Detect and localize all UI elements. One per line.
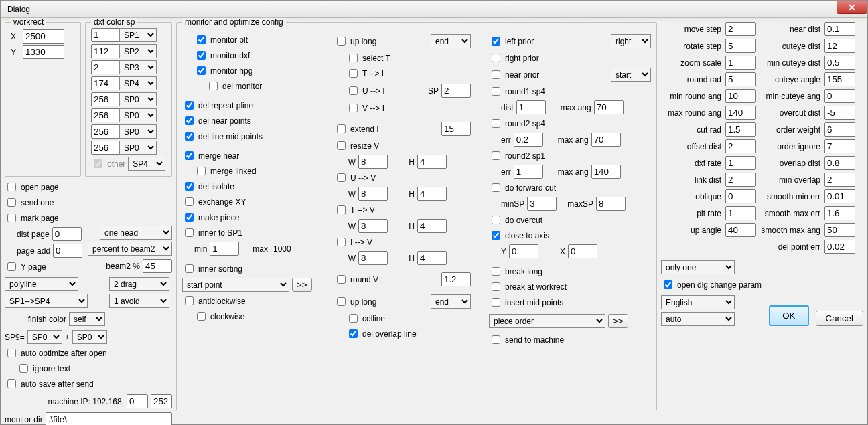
break-long-check[interactable] xyxy=(492,267,500,276)
auto-save-check[interactable] xyxy=(7,379,16,388)
exchange-xy-check[interactable] xyxy=(185,197,194,206)
num-input-r-9[interactable] xyxy=(824,173,855,187)
num-input-r-13[interactable] xyxy=(824,240,855,254)
minsp-input[interactable] xyxy=(527,197,557,211)
dxf-v-3[interactable] xyxy=(91,76,121,90)
only-one-select[interactable]: only one xyxy=(661,260,735,274)
resize-v-check[interactable] xyxy=(337,141,346,150)
num-input-r-6[interactable] xyxy=(824,122,855,137)
dxf-v-7[interactable] xyxy=(91,141,121,155)
drag-select[interactable]: 2 drag xyxy=(109,277,169,291)
monitor-dxf-check[interactable] xyxy=(197,51,206,60)
inner-min-input[interactable] xyxy=(210,242,239,256)
auto-select[interactable]: auto xyxy=(661,312,735,326)
select-t-check[interactable] xyxy=(349,54,358,62)
del-near-pts-check[interactable] xyxy=(185,116,194,125)
dxf-s-3[interactable]: SP4 xyxy=(119,76,157,90)
insert-mid-check[interactable] xyxy=(492,298,500,307)
ip-a-input[interactable] xyxy=(127,394,148,408)
num-input-l-2[interactable] xyxy=(725,56,756,70)
round-v-check[interactable] xyxy=(337,275,346,284)
avoid-select[interactable]: 1 avoid xyxy=(109,294,169,308)
inner-sort-check[interactable] xyxy=(185,264,194,273)
monitor-hpg-check[interactable] xyxy=(197,66,206,75)
open-page-check[interactable] xyxy=(7,183,16,191)
monitor-dir-input[interactable] xyxy=(46,412,172,425)
colline-check[interactable] xyxy=(349,314,358,323)
dxf-v-5[interactable] xyxy=(91,108,121,122)
workrect-x-input[interactable] xyxy=(23,29,64,44)
dxf-other-select[interactable]: SP4 xyxy=(128,157,165,171)
t-to-v-check[interactable] xyxy=(337,205,346,214)
close-y[interactable] xyxy=(509,244,538,258)
sp9a-select[interactable]: SP0 xyxy=(27,330,62,344)
num-input-l-12[interactable] xyxy=(725,223,756,237)
num-input-r-4[interactable] xyxy=(824,89,855,103)
num-input-r-11[interactable] xyxy=(824,206,855,220)
merge-near-check[interactable] xyxy=(185,151,194,160)
i-to-v-check[interactable] xyxy=(337,238,346,246)
sp9b-select[interactable]: SP0 xyxy=(72,330,107,344)
del-repeat-check[interactable] xyxy=(185,101,194,110)
dxf-v-1[interactable] xyxy=(91,44,121,58)
finish-color-select[interactable]: self xyxy=(69,312,105,326)
ignore-text-check[interactable] xyxy=(19,364,28,373)
inner-sp1-check[interactable] xyxy=(185,228,194,237)
y-page-check[interactable] xyxy=(7,262,16,271)
dxf-s-2[interactable]: SP3 xyxy=(119,60,157,74)
num-input-l-7[interactable] xyxy=(725,139,756,153)
monitor-plt-check[interactable] xyxy=(197,35,206,44)
r1-maxang[interactable] xyxy=(594,100,624,114)
round2-sp1-check[interactable] xyxy=(492,151,500,160)
left-prior-select[interactable]: right xyxy=(611,34,651,48)
dxf-s-1[interactable]: SP2 xyxy=(119,44,157,58)
heads-select[interactable]: one head xyxy=(100,226,172,240)
merge-linked-check[interactable] xyxy=(197,167,206,175)
del-isolate-check[interactable] xyxy=(185,182,194,191)
dist-page-input[interactable] xyxy=(52,227,82,241)
close-x[interactable] xyxy=(568,244,597,258)
iv-h[interactable] xyxy=(417,251,447,265)
dxf-s-7[interactable]: SP0 xyxy=(119,141,157,155)
dxf-v-2[interactable] xyxy=(91,60,121,74)
language-select[interactable]: English xyxy=(661,295,735,309)
num-input-l-4[interactable] xyxy=(725,89,756,103)
up-long-check-1[interactable] xyxy=(337,37,346,46)
close-axis-check[interactable] xyxy=(492,231,500,240)
del-line-mid-check[interactable] xyxy=(185,132,194,141)
num-input-r-5[interactable] xyxy=(824,106,855,120)
uv-w[interactable] xyxy=(358,187,388,201)
num-input-r-12[interactable] xyxy=(824,223,855,237)
up-long-check-2[interactable] xyxy=(337,297,346,306)
u-to-v-check[interactable] xyxy=(337,173,346,182)
send-one-check[interactable] xyxy=(7,198,16,207)
auto-open-check[interactable] xyxy=(7,349,16,357)
tv-w[interactable] xyxy=(358,219,388,233)
start-point-select[interactable]: start point xyxy=(182,278,289,292)
r2-maxang[interactable] xyxy=(591,133,621,147)
dxf-s-4[interactable]: SP0 xyxy=(119,92,157,106)
clockwise-check[interactable] xyxy=(197,312,206,321)
round1-sp4-check[interactable] xyxy=(492,87,500,96)
uv-h[interactable] xyxy=(417,187,447,201)
ip-b-input[interactable] xyxy=(151,394,172,408)
dxf-s-6[interactable]: SP0 xyxy=(119,124,157,139)
round2-sp4-check[interactable] xyxy=(492,119,500,128)
up-long-select-1[interactable]: end xyxy=(431,34,471,48)
left-prior-check[interactable] xyxy=(492,37,500,46)
num-input-l-10[interactable] xyxy=(725,189,756,203)
ok-button[interactable]: OK xyxy=(769,305,808,326)
r1-dist[interactable] xyxy=(516,100,546,114)
anticlockwise-check[interactable] xyxy=(185,296,194,305)
extend-i-check[interactable] xyxy=(337,124,346,133)
sp-input[interactable] xyxy=(441,84,471,98)
r3-err[interactable] xyxy=(514,165,543,179)
break-workrect-check[interactable] xyxy=(492,282,500,291)
forward-cut-check[interactable] xyxy=(492,183,500,192)
up-long-select-2[interactable]: end xyxy=(431,294,471,309)
num-input-l-1[interactable] xyxy=(725,39,756,53)
dxf-v-6[interactable] xyxy=(91,124,121,139)
cancel-button[interactable]: Cancel xyxy=(816,311,864,326)
near-prior-check[interactable] xyxy=(492,70,500,79)
num-input-l-0[interactable] xyxy=(725,22,756,36)
